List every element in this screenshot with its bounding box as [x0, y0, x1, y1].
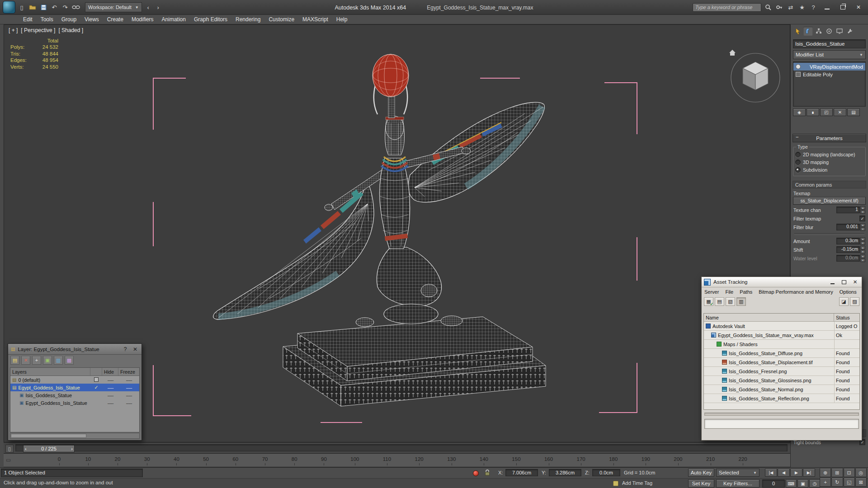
time-slider-next-icon[interactable]: ›	[71, 446, 73, 451]
go-to-end-button[interactable]: ▶|	[803, 469, 815, 477]
menu-animation[interactable]: Animation	[158, 16, 190, 23]
freeze-toggle[interactable]: -----	[118, 393, 139, 398]
workspace-next-icon[interactable]: ›	[154, 2, 163, 12]
minimize-button[interactable]	[820, 2, 834, 12]
hide-toggle[interactable]: -----	[102, 377, 118, 383]
set-key-button[interactable]: Set Key	[688, 479, 714, 488]
hide-toggle[interactable]: -----	[102, 385, 118, 390]
utilities-tab-icon[interactable]	[845, 27, 854, 36]
texture-channel-value[interactable]: 1	[836, 206, 860, 213]
spinner-arrows-icon[interactable]: ▲▼	[860, 237, 865, 245]
layer-row-egypt-goddess-object[interactable]: ▣ Egypt_Goddess_Isis_Statue ----- -----	[10, 399, 139, 407]
layer-window-help-icon[interactable]: ?	[122, 346, 129, 353]
time-slider-prev-icon[interactable]: ‹	[25, 446, 27, 451]
create-new-layer-icon[interactable]: ▤	[10, 356, 19, 365]
save-file-icon[interactable]	[39, 2, 48, 12]
asset-tracking-titlebar[interactable]: Asset Tracking ✕	[702, 277, 862, 287]
radio-icon[interactable]	[795, 160, 801, 165]
menu-edit[interactable]: Edit	[19, 16, 37, 23]
asset-row-maps-shaders[interactable]: Maps / Shaders	[704, 340, 859, 349]
mini-trackbar-toggle-icon[interactable]: ▯	[5, 445, 14, 453]
modifier-enable-bulb-icon[interactable]	[796, 64, 801, 69]
at-menu-paths[interactable]: Paths	[740, 289, 752, 296]
asset-tracking-close-button[interactable]: ✕	[851, 278, 859, 286]
type-option-subdivision[interactable]: Subdivision	[795, 166, 863, 174]
delete-layer-icon[interactable]: ✕	[21, 356, 30, 365]
name-column-header[interactable]: Name	[704, 314, 834, 321]
y-coord-field[interactable]	[549, 469, 581, 476]
report-view-icon[interactable]: ▤	[715, 297, 724, 306]
at-menu-server[interactable]: Server	[704, 289, 719, 296]
display-tab-icon[interactable]	[835, 27, 844, 36]
search-input[interactable]	[693, 3, 761, 12]
asset-tracking-minimize-button[interactable]	[828, 278, 837, 286]
asset-row-vault[interactable]: Autodesk Vault Logged O	[704, 322, 859, 331]
asset-row-diffuse[interactable]: Isis_Goddess_Statue_Diffuse.png Found	[704, 349, 859, 358]
layer-window-titlebar[interactable]: ▤ Layer: Egypt_Goddess_Isis_Statue ? ✕	[8, 344, 142, 355]
go-to-start-button[interactable]: |◀	[765, 469, 777, 477]
asset-row-normal[interactable]: Isis_Goddess_Statue_Normal.png Found	[704, 385, 859, 394]
spinner-arrows-icon[interactable]: ▲▼	[860, 223, 865, 231]
modify-tab-icon[interactable]	[803, 27, 813, 36]
maximize-viewport-icon[interactable]: ◱	[844, 478, 855, 487]
spinner-arrows-icon[interactable]: ▲▼	[860, 206, 865, 214]
add-to-layer-icon[interactable]: +	[32, 356, 41, 365]
restore-button[interactable]	[836, 2, 849, 12]
motion-tab-icon[interactable]	[824, 27, 834, 36]
close-button[interactable]: ✕	[852, 2, 865, 12]
undo-icon[interactable]: ↶	[50, 2, 59, 12]
layer-row-egypt-goddess[interactable]: ▤ Egypt_Goddess_Isis_Statue ✓ ----- ----…	[10, 384, 139, 391]
menu-maxscript[interactable]: MAXScript	[298, 16, 332, 23]
asset-row-reflection[interactable]: Isis_Goddess_Statue_Reflection.png Found	[704, 394, 859, 403]
auto-key-button[interactable]: Auto Key	[688, 469, 714, 477]
orbit-icon[interactable]: ↻	[831, 478, 843, 487]
radio-icon[interactable]	[795, 167, 801, 173]
menu-graph-editors[interactable]: Graph Editors	[190, 16, 231, 23]
create-tab-icon[interactable]	[793, 27, 802, 36]
field-of-view-icon[interactable]: ◎	[855, 468, 867, 477]
texmap-button[interactable]: ss_Statue_Displacement.tif)	[793, 197, 866, 205]
open-file-icon[interactable]	[28, 2, 37, 12]
freeze-toggle[interactable]: -----	[118, 385, 139, 390]
viewport-pov-menu[interactable]: [ Perspective ]	[21, 27, 55, 33]
layer-list-hscrollbar[interactable]	[10, 433, 140, 439]
add-time-tag-label[interactable]: Add Time Tag	[622, 480, 652, 486]
workspace-dropdown[interactable]: Workspace: Default ▼	[85, 2, 142, 12]
select-layer-objects-icon[interactable]: ▣	[43, 356, 52, 365]
menu-views[interactable]: Views	[80, 16, 103, 23]
keyboard-shortcut-toggle-icon[interactable]: ⌨	[786, 479, 797, 488]
asset-path-field[interactable]	[704, 419, 859, 429]
hierarchy-tab-icon[interactable]	[814, 27, 823, 36]
freeze-column-header[interactable]: Freeze	[118, 368, 139, 375]
time-slider-track[interactable]: ‹ 0 / 225 ›	[15, 444, 788, 451]
previous-frame-button[interactable]: ◀	[778, 469, 790, 477]
adaptive-degradation-icon[interactable]: ▣	[797, 479, 808, 488]
layer-properties-icon[interactable]: ▩	[65, 356, 74, 365]
isolate-selection-icon[interactable]	[473, 470, 479, 476]
object-name-field[interactable]	[793, 39, 866, 48]
menu-customize[interactable]: Customize	[264, 16, 298, 23]
current-column-header[interactable]	[90, 368, 102, 375]
zoom-icon[interactable]: ⊕	[820, 468, 831, 477]
frame-number-field[interactable]	[762, 479, 785, 488]
layers-column-header[interactable]: Layers	[10, 368, 90, 375]
favorites-star-icon[interactable]: ★	[797, 2, 807, 12]
x-coord-field[interactable]	[505, 469, 538, 476]
asset-table-hscrollbar[interactable]	[704, 413, 859, 416]
timeline-ruler[interactable]: ▭ 0 10 20 30 40 50 60 70 80 90 100 110 1…	[4, 453, 790, 467]
show-end-result-icon[interactable]: ∎	[807, 108, 819, 116]
at-help-icon[interactable]: ▨	[850, 297, 859, 306]
configure-modifier-sets-icon[interactable]: ▤	[847, 108, 860, 116]
layer-row-default[interactable]: ▤ 0 (default) ----- -----	[10, 376, 139, 384]
rollout-collapse-icon[interactable]: −	[796, 134, 799, 140]
asset-row-fresnel[interactable]: Isis_Goddess_Fresnel.png Found	[704, 367, 859, 376]
key-filters-button[interactable]: Key Filters...	[716, 479, 760, 488]
viewport-general-menu[interactable]: [ + ]	[9, 27, 18, 33]
asset-row-glossiness[interactable]: Isis_Goddess_Statue_Glossiness.png Found	[704, 376, 859, 385]
menu-tools[interactable]: Tools	[37, 16, 57, 23]
freeze-toggle[interactable]: -----	[118, 400, 139, 406]
menu-modifiers[interactable]: Modifiers	[127, 16, 158, 23]
current-layer-check[interactable]: ✓	[90, 385, 102, 390]
new-scene-icon[interactable]: ▯	[17, 2, 26, 12]
zoom-extents-icon[interactable]: ⊡	[844, 468, 855, 477]
